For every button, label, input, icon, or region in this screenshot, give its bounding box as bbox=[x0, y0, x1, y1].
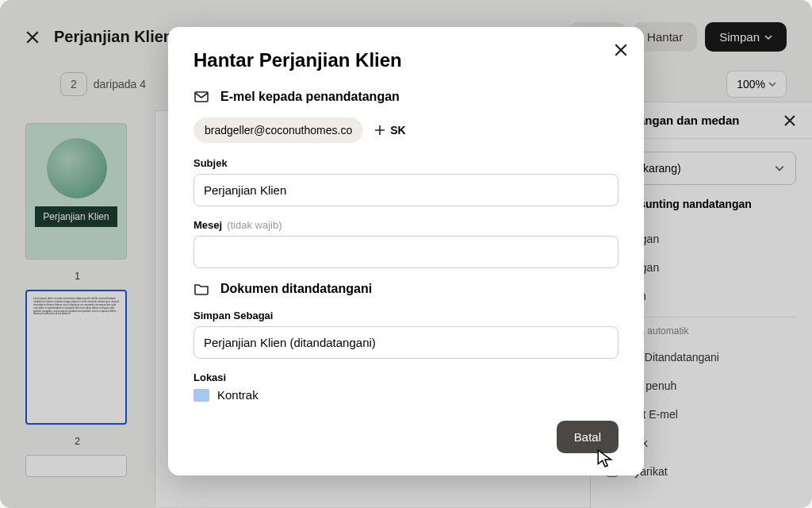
location-folder-name: Kontrak bbox=[217, 388, 259, 402]
modal-overlay: Hantar Perjanjian Klien E-mel kepada pen… bbox=[0, 0, 812, 508]
message-input[interactable] bbox=[193, 236, 619, 268]
modal-title: Hantar Perjanjian Klien bbox=[193, 49, 619, 71]
close-icon[interactable] bbox=[614, 43, 628, 57]
plus-icon bbox=[374, 125, 385, 136]
modal-footer: Batal bbox=[193, 421, 619, 453]
subject-input[interactable] bbox=[193, 174, 619, 206]
saveas-input[interactable] bbox=[193, 326, 619, 359]
recipient-row: bradgeller@coconuthomes.co SK bbox=[193, 117, 619, 143]
location-folder[interactable]: Kontrak bbox=[193, 388, 619, 402]
email-section-header: E-mel kepada penandatangan bbox=[193, 89, 619, 105]
send-modal: Hantar Perjanjian Klien E-mel kepada pen… bbox=[168, 27, 644, 475]
optional-hint: (tidak wajib) bbox=[227, 219, 282, 231]
cancel-button[interactable]: Batal bbox=[557, 421, 619, 453]
email-chip[interactable]: bradgeller@coconuthomes.co bbox=[193, 117, 363, 143]
saveas-label: Simpan Sebagai bbox=[193, 310, 619, 321]
subject-label: Subjek bbox=[193, 157, 619, 169]
email-section-label: E-mel kepada penandatangan bbox=[220, 90, 400, 104]
add-cc-label: SK bbox=[390, 124, 405, 137]
add-cc-button[interactable]: SK bbox=[374, 124, 405, 137]
message-label: Mesej (tidak wajib) bbox=[193, 219, 619, 231]
location-label: Lokasi bbox=[193, 371, 619, 383]
mail-icon bbox=[193, 89, 209, 105]
signed-section-header: Dokumen ditandatangani bbox=[193, 281, 619, 297]
folder-icon bbox=[193, 389, 209, 402]
signed-section-label: Dokumen ditandatangani bbox=[220, 282, 372, 296]
folder-icon bbox=[193, 281, 209, 297]
